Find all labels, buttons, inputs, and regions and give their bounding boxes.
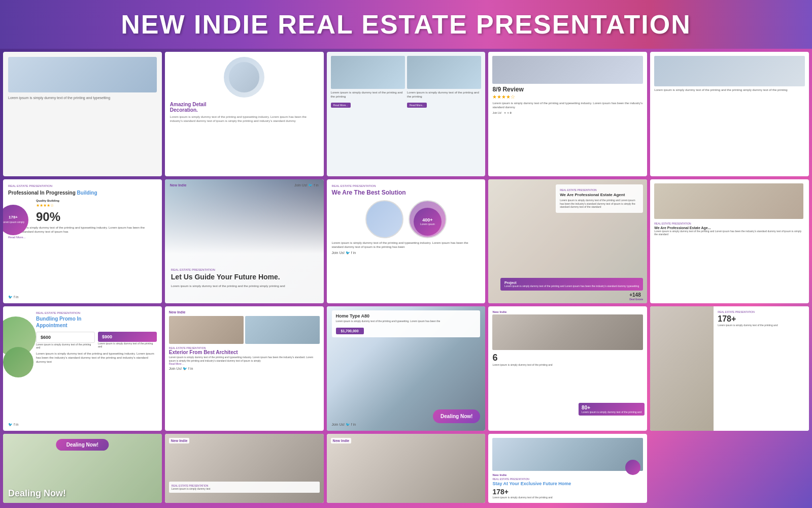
- slide-8-circles: 400+ Lorem ipsum: [332, 200, 481, 238]
- slide-13-heading: Home Type A80: [336, 313, 477, 319]
- slide-13-body: Lorem ipsum is simply dummy text of the …: [336, 320, 477, 323]
- slide-4-social: ✦ ❧ ❖: [504, 111, 512, 114]
- slide-9-project: Project Lorem ipsum is simply dummy text…: [500, 278, 643, 291]
- slide-16: Dealing Now! Dealing Now!: [3, 434, 162, 503]
- slide-3-image1: [331, 56, 405, 89]
- slide-10-label: Real Estate Presentation: [654, 222, 803, 225]
- slide-11-price1-val: $600: [36, 332, 95, 343]
- slide-7-body: Lorem ipsum is simply dummy text of the …: [171, 284, 318, 288]
- slide-10-body: Lorem ipsum is simply dummy text of the …: [654, 230, 803, 236]
- slide-5-image: [654, 56, 805, 86]
- slide-17-label-box: Real Estate Presentation Lorem ipsum is …: [169, 482, 320, 493]
- slide-11-label: Real Estate Presentation: [36, 311, 157, 314]
- slide-7-heading: Let Us Guide Your Future Home.: [171, 273, 318, 281]
- slide-1: Lorem ipsum is simply dummy text of the …: [3, 52, 162, 176]
- slide-11-social: 🐦 f in: [8, 423, 18, 427]
- slide-14-image: [492, 314, 643, 350]
- slide-13-top-content: Home Type A80 Lorem ipsum is simply dumm…: [332, 310, 481, 337]
- slide-17-body: Lorem ipsum is simply dummy text: [172, 487, 317, 490]
- slide-3-image2: [407, 56, 481, 89]
- slide-7-social: Join Us! 🐦 f in: [294, 183, 319, 187]
- slide-3-btn2[interactable]: Read More...: [407, 103, 427, 108]
- slide-12-brand: New Indie: [169, 310, 320, 314]
- slide-14: New Indie 6 Lorem ipsum is simply dummy …: [488, 306, 647, 431]
- slide-5-body: Lorem ipsum is simply dummy text of the …: [654, 88, 805, 92]
- slide-11-heading: Bundling Promo In Appointment: [36, 315, 157, 329]
- slide-15-content: Real Estate Presentation 178+ Lorem ipsu…: [714, 306, 809, 431]
- slide-11-price2: $900 Lorem ipsum is simply dummy text of…: [98, 332, 157, 349]
- slide-8-social: Join Us! 🐦 f in: [332, 251, 481, 255]
- slide-11-price1-sub: Lorem ipsum is simply dummy text of the …: [36, 343, 95, 349]
- slide-14-brand: New Indie: [492, 310, 643, 313]
- slide-11: Real Estate Presentation Bundling Promo …: [3, 306, 162, 431]
- slide-6-readmore[interactable]: Read More...: [8, 236, 157, 239]
- slide-8-circle1: [365, 200, 403, 238]
- slide-17-brand: New Indie: [169, 438, 190, 443]
- slide-19-num: 178+: [492, 488, 643, 496]
- slide-3-col1: Lorem ipsum is simply dummy text of the …: [331, 56, 405, 172]
- slide-6-heading: Professional In Progressing Building: [8, 189, 157, 196]
- slide-19-label: Real Estate Presentation: [492, 478, 643, 481]
- slide-19-image: [492, 438, 643, 471]
- slide-8-heading: We Are The Best Solution: [332, 189, 481, 196]
- slide-4: 8/9 Review ★★★★☆ Lorem ipsum is simply d…: [488, 52, 647, 176]
- slide-11-price2-sub: Lorem ipsum is simply dummy text of the …: [98, 342, 157, 348]
- slide-7-brand: New Indie: [170, 183, 187, 187]
- slide-10: Real Estate Presentation We Are Professi…: [650, 179, 809, 304]
- slide-2-image: [224, 57, 264, 98]
- slide-6-quality: Quality Building: [36, 199, 157, 202]
- slide-2: Amazing Detail Decoration. Lorem ipsum i…: [165, 52, 324, 176]
- slide-6-body: Lorem ipsum is simply dummy text of the …: [8, 226, 157, 234]
- slide-12-img2: [245, 316, 320, 344]
- slide-18-bg: [327, 434, 486, 503]
- slide-4-join: Join Us!: [492, 111, 501, 114]
- slide-14-body: Lorem ipsum is simply dummy text of the …: [492, 363, 643, 366]
- slide-8-circle2: 400+ Lorem ipsum: [409, 200, 447, 238]
- slides-grid: Lorem ipsum is simply dummy text of the …: [0, 49, 812, 506]
- slide-7-content: Real Estate Presentation Let Us Guide Yo…: [171, 268, 318, 288]
- slide-18: New Indie: [327, 434, 486, 503]
- slide-3: Lorem ipsum is simply dummy text of the …: [327, 52, 486, 176]
- slide-4-image: [492, 56, 643, 84]
- slide-2-heading: Amazing Detail Decoration.: [170, 102, 319, 113]
- slide-9: Real Estate Presentation We Are Professi…: [488, 179, 647, 304]
- slide-8-body: Lorem ipsum is simply dummy text of the …: [332, 241, 481, 249]
- slide-9-label: Real Estate Presentation: [560, 188, 639, 192]
- slide-2-body: Lorem ipsum is simply dummy text of the …: [170, 115, 319, 123]
- slide-11-circle2: [3, 347, 33, 377]
- header-title: NEW INDIE REAL ESTATE PRESENTATION: [20, 9, 792, 40]
- slide-11-body: Lorem ipsum is simply dummy text of the …: [36, 352, 157, 364]
- header: NEW INDIE REAL ESTATE PRESENTATION: [0, 0, 812, 49]
- slide-7: New Indie Join Us! 🐦 f in Real Estate Pr…: [165, 179, 324, 304]
- slide-3-btn1[interactable]: Read More...: [331, 103, 351, 108]
- slide-14-badge: 80+ Lorem ipsum is simply dummy text of …: [579, 403, 645, 416]
- slide-12-body: Lorem ipsum is simply dummy text of the …: [169, 356, 320, 362]
- slide-5: Lorem ipsum is simply dummy text of the …: [650, 52, 809, 176]
- slide-8: Real Estate Presentation We Are The Best…: [327, 179, 486, 304]
- slide-19-body: Lorem ipsum is simply dummy text of the …: [492, 496, 643, 499]
- slide-9-num: +148 Deal Estate: [629, 292, 643, 301]
- slide-3-text2: Lorem ipsum is simply dummy text of the …: [407, 91, 481, 99]
- slide-16-badge: Dealing Now!: [56, 439, 109, 451]
- slide-3-text1: Lorem ipsum is simply dummy text of the …: [331, 91, 405, 99]
- slide-19-circle: [625, 460, 640, 475]
- slide-6: 178+Lorem ipsum simply Real Estate Prese…: [3, 179, 162, 304]
- slide-13: Home Type A80 Lorem ipsum is simply dumm…: [327, 306, 486, 431]
- slide-4-footer: Join Us! ✦ ❧ ❖: [492, 111, 643, 114]
- slide-6-label: Real Estate Presentation: [8, 184, 157, 187]
- slide-15-num: 178+: [718, 314, 805, 324]
- slide-13-dealing: Dealing Now!: [433, 409, 480, 423]
- slide-12-heading: Exterior From Best Architect: [169, 350, 320, 356]
- slide-12-readmore[interactable]: Read More ...: [169, 362, 320, 365]
- slide-15: Real Estate Presentation 178+ Lorem ipsu…: [650, 306, 809, 431]
- slide-1-image: [8, 57, 157, 92]
- slide-9-content: Real Estate Presentation We Are Professi…: [556, 184, 643, 213]
- slide-12-social: Join Us! 🐦 f in: [169, 367, 320, 371]
- slide-15-body: Lorem ipsum is simply dummy text of the …: [718, 324, 805, 327]
- slide-13-price[interactable]: $1,700,000: [336, 328, 364, 334]
- slide-12-img1: [169, 316, 244, 344]
- slide-19-heading: Stay At Your Exclusive Future Home: [492, 481, 643, 487]
- slide-3-col2: Lorem ipsum is simply dummy text of the …: [407, 56, 481, 172]
- slide-6-pct: 90%: [36, 210, 157, 224]
- slide-9-heading: We Are Professional Estate Agent: [560, 193, 639, 198]
